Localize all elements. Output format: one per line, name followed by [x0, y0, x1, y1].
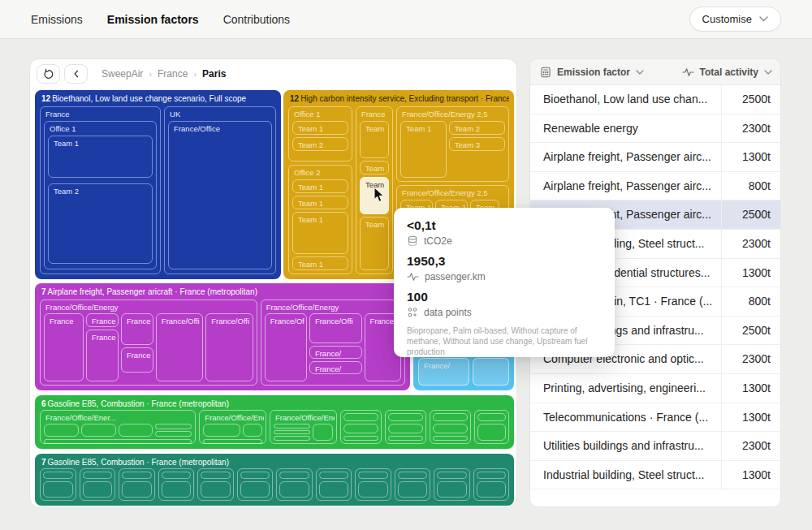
treemap-cell[interactable]: [158, 468, 195, 501]
treemap-cell[interactable]: [437, 472, 467, 479]
table-row[interactable]: Renewable energy2300t: [530, 114, 780, 144]
treemap-cell[interactable]: [433, 436, 468, 441]
treemap-cell[interactable]: UK France/Office: [164, 106, 276, 274]
treemap-cell[interactable]: [477, 424, 506, 441]
treemap-cell[interactable]: [358, 481, 388, 498]
treemap-cell[interactable]: [313, 424, 333, 441]
treemap-cell[interactable]: Team 2: [360, 161, 389, 175]
treemap-cell[interactable]: [162, 481, 192, 498]
treemap-cell[interactable]: [83, 481, 113, 498]
treemap-cell[interactable]: [243, 424, 262, 437]
treemap-cell[interactable]: Office 2 Team 1 Team 1 Team 1 Team 1: [288, 165, 352, 274]
treemap-cell[interactable]: France/Offi: [309, 313, 362, 343]
table-row[interactable]: Airplane freight, Passenger airc...1300t: [530, 143, 780, 172]
treemap-cell[interactable]: [477, 472, 507, 479]
treemap-cell[interactable]: Team 2: [48, 183, 153, 264]
treemap-cell[interactable]: France: [86, 330, 119, 381]
treemap-cell[interactable]: Team 2: [292, 137, 348, 151]
treemap-cell[interactable]: [343, 436, 378, 441]
treemap-section-gasoline-e85-2[interactable]: 7Gasoline E85, Combustion · France (metr…: [35, 454, 514, 506]
treemap-cell[interactable]: [395, 468, 431, 501]
treemap-cell[interactable]: France/Office/Ener...: [40, 410, 196, 444]
treemap-cell[interactable]: [201, 481, 231, 498]
treemap-cell[interactable]: [83, 472, 113, 479]
treemap-cell[interactable]: [122, 481, 152, 498]
treemap-cell[interactable]: [340, 410, 382, 444]
treemap-cell[interactable]: [433, 424, 468, 433]
treemap-cell[interactable]: [279, 472, 309, 479]
treemap-cell[interactable]: [80, 468, 116, 501]
treemap-cell[interactable]: Team 3: [449, 137, 505, 151]
treemap-cell[interactable]: [474, 410, 509, 444]
treemap-cell[interactable]: [276, 468, 313, 501]
treemap-cell[interactable]: [162, 472, 192, 479]
treemap-cell[interactable]: [44, 424, 79, 437]
treemap-cell[interactable]: [274, 424, 310, 429]
treemap-cell[interactable]: [237, 468, 274, 501]
treemap-cell[interactable]: [197, 468, 234, 501]
treemap-cell[interactable]: [155, 431, 192, 437]
treemap-cell[interactable]: [274, 430, 310, 435]
treemap-cell[interactable]: France/Office/Energy France France Franc…: [40, 299, 257, 386]
table-row[interactable]: Industrial building, Steel struct...1300…: [530, 461, 780, 490]
tab-emissions[interactable]: Emissions: [31, 13, 83, 26]
treemap-cell[interactable]: France/Office: [168, 121, 272, 269]
treemap-cell[interactable]: Team 1: [360, 121, 389, 158]
treemap-cell[interactable]: France/Office/Ener...: [199, 410, 266, 444]
treemap-cell[interactable]: [398, 472, 428, 479]
treemap-cell[interactable]: [473, 468, 510, 501]
treemap-cell[interactable]: Team 1: [292, 212, 348, 254]
table-row[interactable]: Telecommunications · France (...1300t: [530, 403, 780, 433]
column-header-emission-factor[interactable]: Emission factor: [540, 67, 644, 78]
treemap-cell[interactable]: France: [44, 313, 84, 381]
treemap-cell[interactable]: [388, 413, 423, 421]
treemap-cell[interactable]: [477, 481, 507, 498]
treemap-section-bioethanol[interactable]: 12Bioethanol, Low land use change scenar…: [35, 90, 281, 279]
breadcrumb-mid[interactable]: France: [158, 68, 188, 80]
treemap-cell[interactable]: Office 1 Team 1 Team 2: [44, 121, 157, 269]
treemap-cell[interactable]: France/: [309, 361, 362, 374]
treemap-cell[interactable]: Team 1: [400, 121, 447, 178]
table-row[interactable]: Airplane freight, Passenger airc...800t: [530, 172, 780, 201]
treemap-cell[interactable]: France/: [418, 358, 469, 386]
treemap-cell[interactable]: France Office 1 Team 1 Team 2: [40, 106, 161, 274]
treemap-cell[interactable]: France/Office/Ener...: [270, 410, 337, 444]
treemap-cell[interactable]: [122, 472, 152, 479]
treemap-cell[interactable]: [388, 424, 423, 433]
treemap-cell[interactable]: [430, 410, 471, 444]
treemap-cell[interactable]: [473, 358, 509, 386]
treemap-cell[interactable]: [433, 413, 468, 421]
table-row[interactable]: Utilities buildings and infrastru...2300…: [530, 432, 780, 461]
treemap-cell[interactable]: [343, 413, 378, 421]
treemap-cell[interactable]: [385, 410, 426, 444]
treemap-cell[interactable]: Team 1: [292, 121, 348, 135]
treemap-cell[interactable]: [319, 481, 349, 498]
treemap-cell[interactable]: [44, 439, 192, 444]
treemap-cell[interactable]: [155, 424, 192, 429]
treemap-cell[interactable]: [355, 468, 391, 501]
treemap-cell[interactable]: [240, 481, 270, 498]
treemap-section-airplane-freight[interactable]: 7Airplane freight, Passenger aricraft · …: [35, 283, 410, 390]
treemap-cell[interactable]: [358, 472, 388, 479]
tab-emission-factors[interactable]: Emission factors: [107, 13, 199, 26]
treemap-cell[interactable]: Team 1: [292, 179, 348, 193]
treemap-cell[interactable]: [434, 468, 470, 501]
treemap-cell[interactable]: [319, 472, 349, 479]
customise-button[interactable]: Customise: [689, 6, 781, 32]
treemap-cell[interactable]: [119, 468, 155, 501]
treemap-cell[interactable]: France/Office/Energy 2,5 Team 1 Team 2 T…: [396, 106, 509, 182]
treemap-cell[interactable]: France: [121, 347, 153, 372]
treemap-cell[interactable]: [343, 424, 378, 433]
treemap-cell[interactable]: [43, 481, 73, 498]
treemap-cell[interactable]: [40, 468, 76, 501]
treemap-cell[interactable]: [43, 472, 73, 479]
treemap-cell[interactable]: France: [121, 313, 153, 345]
treemap-cell[interactable]: [119, 424, 153, 437]
treemap-cell[interactable]: France/: [309, 346, 362, 359]
treemap-cell[interactable]: Team 1: [48, 136, 153, 178]
treemap-cell[interactable]: [203, 424, 240, 437]
treemap-cell[interactable]: [388, 436, 423, 441]
treemap-cell[interactable]: France: [86, 313, 119, 327]
treemap-cell[interactable]: France/Office/Energy France/Offi France/…: [261, 299, 405, 386]
treemap-cell[interactable]: [316, 468, 352, 501]
